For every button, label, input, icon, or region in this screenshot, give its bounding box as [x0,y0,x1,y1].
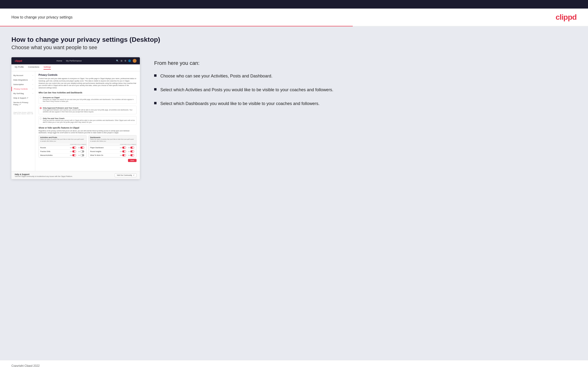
bullet-text-3: Select which Dashboards you would like t… [160,100,320,107]
work-on-followers-on-label: ON [128,155,130,156]
dashboards-table-header: Dashboards Select the types of activity … [89,135,136,143]
copyright-text: Copyright Clippd 2022 [11,364,40,367]
bullet-item-2: Select which Activities and Posts you wo… [154,87,577,93]
subnav-connections[interactable]: Connections [28,66,39,70]
search-icon: 🔍 [116,60,119,62]
player-followers-toggle-group: ON [127,147,135,149]
radio-followers-desc: Only approved followers and coaches you … [43,109,135,113]
subnav-profile[interactable]: My Profile [15,66,24,70]
app-logo: clippd [15,59,22,62]
avatar [133,59,137,63]
radio-you-label: Only You and Your Coach [43,117,135,119]
work-on-coaches-on-label: ON [120,155,122,156]
subnav-settings[interactable]: Settings [43,66,51,70]
manual-coaches-toggle[interactable] [72,154,76,156]
privacy-controls-title: Privacy Controls [39,74,137,76]
rounds-coaches-toggle[interactable] [72,147,76,149]
show-hide-title: Show or hide specific features in Clippd [39,127,137,129]
activities-col-headers: COACHES FOLLOWERS [39,143,86,146]
drills-followers-toggle[interactable] [80,150,84,152]
rounds-toggles: ON ON [69,147,85,149]
dashboards-table-title: Dashboards [90,136,135,139]
bullet-item-1: Choose who can see your Activities, Post… [154,73,577,79]
radio-everyone-content: Everyone on Clippd Everyone on Clippd ca… [43,96,135,103]
sidebar-item-integrations[interactable]: Data Integrations › [11,78,35,82]
radio-circle-followers [40,107,42,109]
sidebar-item-privacy-policy[interactable]: Service & Privacy Policy ↗ [11,100,35,107]
work-on-followers-toggle[interactable] [130,154,134,156]
content-area: How to change your privacy settings (Des… [0,26,588,360]
grid-icon: ⊞ [121,60,122,62]
rounds-coaches-toggle-group: ON [69,147,77,149]
radio-everyone[interactable]: Everyone on Clippd Everyone on Clippd ca… [39,95,137,104]
rounds-coaches-on-label: ON [70,147,72,149]
dashboards-table: Dashboards Select the types of activity … [88,135,137,158]
show-hide-desc: Regardless of the privacy controls that … [39,130,137,134]
work-on-coaches-toggle[interactable] [122,154,126,156]
work-on-toggles: ON ON [119,154,135,156]
radio-followers[interactable]: Only Approved Followers and Your Coach O… [39,106,137,114]
main-content: clippd Home My Performance 🔍 ⊞ ⚙ 🌐 My Pr… [11,57,577,179]
manual-followers-on-label: ON [78,155,80,156]
save-button[interactable]: Save [128,159,137,162]
radio-followers-label: Only Approved Followers and Your Coach [43,107,135,109]
dashboards-table-desc: Select the types of activity that you'd … [90,139,135,142]
manual-followers-toggle[interactable] [80,154,84,156]
clippd-logo: clippd [556,13,577,22]
dashboards-col-headers: COACHES FOLLOWERS [89,143,136,146]
sidebar-label-subscription: Subscription [13,83,24,85]
sidebar-item-help[interactable]: Help & Support ↗ [11,96,35,100]
app-body: My Account › Data Integrations › Subscri… [11,71,140,171]
sidebar-item-subscription[interactable]: Subscription › [11,82,35,87]
help-text: Help & Support Visit the Clippd communit… [15,173,73,177]
round-insights-label: Round Insights [90,150,101,152]
sidebar-item-golfbag[interactable]: My Golf Bag › [11,91,35,96]
coaches-col-header: COACHES [70,144,77,145]
player-followers-toggle[interactable] [130,147,134,149]
external-link-icon: ↗ [133,174,134,176]
sidebar-label-privacy: Privacy Controls [14,88,28,90]
bullet-item-3: Select which Dashboards you would like t… [154,100,577,107]
player-dashboard-toggles: ON ON [119,147,135,149]
player-dashboard-row: Player Dashboard ON ON [89,146,136,150]
sidebar-item-account[interactable]: My Account › [11,73,35,78]
rounds-followers-toggle[interactable] [80,147,84,149]
work-on-label: What To Work On [90,154,103,156]
drills-followers-on-label: ON [78,151,80,152]
show-hide-section: Show or hide specific features in Clippd… [39,127,137,163]
top-bar [0,0,588,8]
rounds-followers-toggle-group: ON [77,147,85,149]
drills-followers-toggle-group: ON [77,150,85,152]
manual-toggles: ON ON [69,154,85,156]
globe-icon: 🌐 [128,60,131,62]
activities-table-title: Activities and Posts [40,136,85,139]
rounds-row: Rounds ON ON [39,146,86,150]
drills-toggles: ON ON [69,150,85,152]
visit-community-label: Visit Our Community [117,174,132,176]
rounds-insights-coaches-toggle-group: ON [119,150,127,152]
bullet-square-1 [154,74,156,77]
activities-table-header: Activities and Posts Select the types of… [39,135,86,143]
main-header: How to change your privacy settings clip… [0,8,588,26]
screenshot-mockup: clippd Home My Performance 🔍 ⊞ ⚙ 🌐 My Pr… [11,57,140,179]
radio-you-desc: Only you and the coaches you connect wit… [43,119,135,124]
chevron-icon: › [33,75,33,76]
bullet-square-3 [154,102,156,104]
player-coaches-toggle[interactable] [122,147,126,149]
app-nav: clippd Home My Performance 🔍 ⊞ ⚙ 🌐 [11,57,140,64]
round-insights-followers-toggle[interactable] [130,150,134,152]
round-insights-coaches-toggle[interactable] [122,150,126,152]
radio-you-coach[interactable]: Only You and Your Coach Only you and the… [39,116,137,125]
radio-everyone-label: Everyone on Clippd [43,96,135,99]
visit-community-button[interactable]: Visit Our Community ↗ [115,173,137,177]
chevron-icon: › [33,93,33,94]
sidebar-label-privacy-policy: Service & Privacy Policy ↗ [13,101,33,106]
bullet-list: Choose who can see your Activities, Post… [154,73,577,107]
sidebar-label-help: Help & Support ↗ [13,97,28,99]
drills-coaches-on-label: ON [70,151,72,152]
chevron-icon: › [33,83,33,85]
privacy-controls-desc: Control how you and your data appears to… [39,77,137,89]
sidebar-item-privacy[interactable]: Privacy Controls › [11,87,35,91]
drills-coaches-toggle[interactable] [72,150,76,152]
from-here-title: From here you can: [154,60,577,66]
